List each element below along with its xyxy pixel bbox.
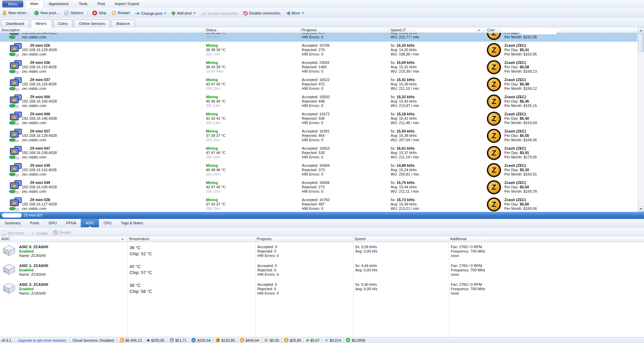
progress-cell: Accepted: 16698 Rejected: 273 HW Errors:… bbox=[302, 181, 330, 194]
miner-pool: zec.viabtc.com bbox=[22, 155, 57, 159]
menu-item-import-export[interactable]: Import / Export bbox=[110, 0, 144, 8]
redaction-blob bbox=[415, 28, 476, 32]
description-cell: Z9 mini 009 192.168.16.146:4028 zec.viab… bbox=[22, 112, 57, 125]
miner-row[interactable]: Z9 mini 027 192.168.16.128:4028 zec.viab… bbox=[0, 127, 637, 145]
rejected-shares: Rejected: 530 bbox=[302, 151, 330, 155]
coin-price-value: $9,97 bbox=[310, 338, 320, 342]
miner-uptime: 20h 11m bbox=[206, 52, 225, 56]
double-check-icon bbox=[201, 11, 207, 15]
column-header-asic-progress[interactable]: Progress bbox=[255, 236, 353, 241]
tab-miners[interactable]: Miners bbox=[31, 19, 52, 28]
disable-connection-button[interactable]: Disable connection bbox=[241, 9, 282, 17]
asic-row[interactable]: ASIC 2: ZCASH0 Enabled Name: ZCASH0 38 °… bbox=[0, 279, 644, 298]
column-header-asic-speed[interactable]: Speed bbox=[353, 236, 449, 241]
check-icon bbox=[32, 231, 35, 236]
per-day-value: $5,60 bbox=[520, 202, 529, 206]
asic-row[interactable]: ASIC 1: ZCASH0 Enabled Name: ZCASH0 40 °… bbox=[0, 261, 644, 279]
more-button[interactable]: More bbox=[283, 9, 306, 17]
miners-rows: Z9 mini 026 192.168.16.129:4028 zec.viab… bbox=[0, 42, 637, 212]
scroll-down-button[interactable] bbox=[638, 206, 644, 212]
miner-row[interactable]: Z9 mini 037 192.168.16.118:4028 zec.viab… bbox=[0, 76, 637, 93]
tab-dashboard[interactable]: Dashboard bbox=[1, 20, 29, 28]
new-pool-button[interactable]: New pool... bbox=[32, 9, 61, 17]
dropdown-caret-icon[interactable] bbox=[193, 12, 195, 14]
coin-price-item: O$0,0068 bbox=[345, 338, 366, 342]
miner-temperatures: 36 38 39 °C bbox=[206, 48, 225, 52]
rejected-shares: Rejected: 454 bbox=[302, 134, 330, 138]
miner-row[interactable]: Z9 mini 026 192.168.16.129:4028 zec.viab… bbox=[0, 42, 637, 59]
stop-button[interactable]: Stop bbox=[90, 9, 108, 17]
dropdown-caret-icon[interactable] bbox=[164, 13, 166, 14]
speed-avg: Avg: 15,41 kH/s bbox=[391, 116, 419, 121]
column-header-asic[interactable]: ASIC bbox=[0, 236, 127, 241]
restart-button[interactable]: Restart bbox=[109, 9, 132, 17]
menu-item-tools[interactable]: Tools bbox=[74, 0, 93, 8]
tab-balance[interactable]: Balance bbox=[111, 20, 135, 28]
work-utility: WU: 211,19 / min bbox=[391, 155, 419, 159]
menu-item-find[interactable]: Find bbox=[93, 0, 110, 8]
work-utility: WU: 210,87 / min bbox=[391, 104, 419, 108]
detail-tab-asic[interactable]: ASIC bbox=[81, 219, 99, 227]
detail-tab-strip: SummaryPoolsGPUFPGAASICCPUTags & Notes bbox=[0, 219, 644, 227]
miner-row[interactable]: Z9 mini 039 192.168.16.116:4028 zec.viab… bbox=[0, 162, 637, 179]
speed-5s: 15,18 kH/s bbox=[397, 112, 415, 116]
miner-state: Mining bbox=[206, 95, 225, 99]
new-miner-button[interactable]: New miner... bbox=[0, 9, 31, 17]
coin-cell: Zcash (ZEC) Per Day: $5,91 Per Month: $1… bbox=[504, 146, 537, 159]
column-header-status[interactable]: Status bbox=[205, 28, 300, 33]
status-cell: Mining 46 48 46 °C 20h 16m bbox=[206, 163, 225, 177]
detail-tab-fpga[interactable]: FPGA bbox=[61, 219, 81, 227]
miner-uptime: 20h 16m bbox=[206, 155, 225, 159]
detail-tab-gpu[interactable]: GPU bbox=[44, 219, 62, 227]
miner-pool: zec.viabtc.com bbox=[22, 121, 57, 125]
miner-row[interactable]: Z9 mini 028 192.168.16.127:4028 zec.viab… bbox=[0, 196, 637, 212]
table-scrollbar[interactable] bbox=[638, 28, 644, 212]
miner-name: Z9 mini 039 bbox=[22, 163, 57, 168]
scrollbar-thumb[interactable] bbox=[638, 34, 644, 52]
per-month-value: Per Month: $161,05 bbox=[504, 35, 537, 39]
progress-cell: Accepted: 16584 Rejected: 373 HW Errors:… bbox=[302, 163, 330, 177]
asic-row[interactable]: ASIC 0: ZCASH0 Enabled Name: ZCASH0 36 °… bbox=[0, 242, 644, 261]
ethereum-classic-icon: ◆ bbox=[306, 338, 309, 342]
asic-chip-temp: Chip: 57 °C bbox=[130, 270, 152, 276]
menu-button[interactable]: Menu bbox=[2, 1, 23, 7]
detail-tab-cpu[interactable]: CPU bbox=[99, 219, 116, 227]
enable-connection-button[interactable]: Enable connection bbox=[199, 9, 241, 17]
column-header-temperature[interactable]: Temperature bbox=[127, 236, 255, 241]
miner-row[interactable]: Z9 mini 009 192.168.16.146:4028 zec.viab… bbox=[0, 110, 637, 127]
miner-row[interactable]: Z9 mini 049 192.168.16.106:4028 zec.viab… bbox=[0, 179, 637, 196]
asic-description-cell: ASIC 1: ZCASH0 Enabled Name: ZCASH0 bbox=[19, 264, 48, 277]
miner-row[interactable]: Z9 mini 047 192.168.16.108:4028 zec.viab… bbox=[0, 145, 637, 162]
disable-asic-button[interactable]: Disable bbox=[51, 228, 73, 236]
status-bar: v5.6.1 Upgrade to get more features Clou… bbox=[0, 337, 644, 343]
tab-coins[interactable]: Coins bbox=[53, 20, 73, 28]
description-cell: Z9 mini 026 192.168.16.129:4028 zec.viab… bbox=[22, 43, 57, 56]
miner-ip: 192.168.16.128:4028 bbox=[22, 134, 57, 138]
upgrade-link[interactable]: Upgrade to get more features bbox=[16, 338, 68, 342]
column-header-additional[interactable]: Additional bbox=[449, 236, 644, 241]
menu-item-appearance[interactable]: Appearance bbox=[44, 0, 74, 8]
menu-item-main[interactable]: Main bbox=[25, 0, 44, 8]
column-header-progress[interactable]: Progress bbox=[300, 28, 389, 33]
per-day-value: $5,41 bbox=[520, 48, 529, 52]
miner-row[interactable]: Z9 mini 036 192.168.16.119:4028 zec.viab… bbox=[0, 59, 637, 76]
detail-tab-tags-notes[interactable]: Tags & Notes bbox=[116, 219, 147, 227]
rename-icon: a bbox=[2, 231, 6, 235]
detail-tab-pools[interactable]: Pools bbox=[25, 219, 44, 227]
miner-row[interactable]: Z9 mini 050 192.168.16.105:4028 zec.viab… bbox=[0, 93, 637, 110]
asic-temperature-cell: 36 °C Chip: 52 °C bbox=[130, 245, 152, 257]
column-header-description[interactable]: Description bbox=[0, 28, 205, 33]
progress-cell: Accepted: 23592 Rejected: 1490 HW Errors… bbox=[302, 61, 330, 74]
options-button[interactable]: Options bbox=[62, 9, 85, 17]
scroll-up-button[interactable] bbox=[638, 28, 644, 33]
more-funnel-icon bbox=[285, 11, 290, 15]
miner-pool: zec.viabtc.com bbox=[22, 189, 57, 194]
dropdown-caret-icon[interactable] bbox=[302, 12, 304, 14]
miner-temperatures: 42 47 45 °C bbox=[206, 185, 225, 189]
detail-tab-summary[interactable]: Summary bbox=[0, 219, 25, 227]
add-pool-button[interactable]: Add pool bbox=[169, 9, 198, 17]
tab-online-services[interactable]: Online Services bbox=[74, 20, 110, 28]
miner-pool: zec.viabtc.com bbox=[22, 69, 57, 74]
work-utility: WU: 211,10 / min bbox=[391, 86, 419, 91]
change-pool-button[interactable]: Change pool bbox=[133, 9, 168, 17]
